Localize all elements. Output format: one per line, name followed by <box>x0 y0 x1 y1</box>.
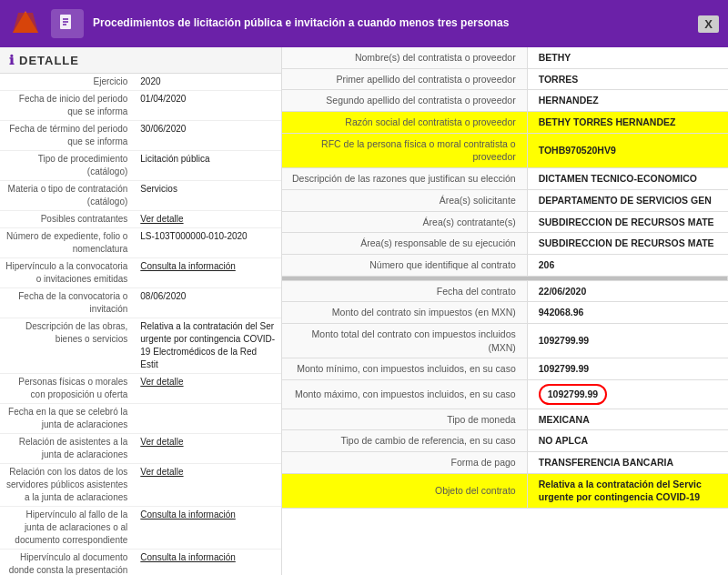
right-row-value: DICTAMEN TECNICO-ECONOMICO <box>527 168 727 190</box>
right-table-row: Descripción de las razones que justifica… <box>282 168 728 190</box>
left-row-label: Hipervínculo a la convocatoria o invitac… <box>0 258 135 288</box>
left-table-row: Relación con los datos de los servidores… <box>0 464 281 507</box>
right-row-label: Tipo de cambio de referencia, en su caso <box>282 430 527 452</box>
left-table-row: Ejercicio2020 <box>0 74 281 91</box>
left-table-row: Descripción de las obras, bienes o servi… <box>0 318 281 374</box>
left-table-row: Fecha de la convocatoria o invitación08/… <box>0 288 281 318</box>
left-row-label: Descripción de las obras, bienes o servi… <box>0 318 135 374</box>
right-table-row: Razón social del contratista o proveedor… <box>282 112 728 134</box>
right-row-value: 942068.96 <box>527 302 727 324</box>
left-table-row: Tipo de procedimiento (catálogo)Licitaci… <box>0 151 281 181</box>
info-icon: ℹ <box>9 53 14 67</box>
right-table-row: Monto del contrato sin impuestos (en MXN… <box>282 302 728 324</box>
detail-header: ℹ DETALLE <box>0 47 281 74</box>
right-row-value: SUBDIRECCION DE RECURSOS MATE <box>527 211 727 233</box>
left-row-value: Relativa a la contratación del Ser urgen… <box>135 318 281 374</box>
right-row-value: NO APLCA <box>527 430 727 452</box>
close-button[interactable]: X <box>698 15 719 33</box>
right-row-value: TRANSFERENCIA BANCARIA <box>527 452 727 474</box>
right-row-label: Tipo de moneda <box>282 409 527 430</box>
left-row-value <box>135 404 281 434</box>
right-table-row: Monto mínimo, con impuestos incluidos, e… <box>282 358 728 380</box>
right-row-label: Nombre(s) del contratista o proveedor <box>282 47 527 68</box>
right-row-label: Monto del contrato sin impuestos (en MXN… <box>282 302 527 324</box>
document-icon-box <box>51 9 84 38</box>
right-row-label: Área(s) solicitante <box>282 189 527 211</box>
right-table-row: Nombre(s) del contratista o proveedorBET… <box>282 47 728 68</box>
left-table-row: Personas físicas o morales con proposici… <box>0 374 281 404</box>
header-title: Procedimientos de licitación pública e i… <box>93 16 689 31</box>
left-table-row: Posibles contratantesVer detalle <box>0 211 281 228</box>
left-row-label: Relación con los datos de los servidores… <box>0 464 135 507</box>
left-row-label: Hipervínculo al documento donde consta l… <box>0 550 135 576</box>
right-row-value: Relativa a la contratación del Servic ur… <box>527 473 727 508</box>
right-row-label: RFC de la persona física o moral contrat… <box>282 133 527 167</box>
left-row-value: 30/06/2020 <box>135 121 281 151</box>
left-row-label: Relación de asistentes a la junta de acl… <box>0 434 135 464</box>
left-row-label: Fecha de la convocatoria o invitación <box>0 288 135 318</box>
left-row-value[interactable]: Consulta la información <box>135 258 281 288</box>
left-table-row: Hipervínculo al documento donde consta l… <box>0 550 281 576</box>
left-row-value: 01/04/2020 <box>135 91 281 121</box>
right-table-row: Tipo de monedaMEXICANA <box>282 409 728 430</box>
header-logo <box>9 7 42 40</box>
right-table-row: Número que identifique al contrato206 <box>282 254 728 276</box>
right-row-value: 1092799.99 <box>527 358 727 380</box>
right-table-row: Segundo apellido del contratista o prove… <box>282 90 728 112</box>
right-row-value: 206 <box>527 254 727 276</box>
left-row-value: LS-103T000000-010-2020 <box>135 228 281 258</box>
right-row-label: Descripción de las razones que justifica… <box>282 168 527 190</box>
left-row-value: 08/06/2020 <box>135 288 281 318</box>
left-row-value: Licitación pública <box>135 151 281 181</box>
left-row-value: Servicios <box>135 181 281 211</box>
right-table-row: Tipo de cambio de referencia, en su caso… <box>282 430 728 452</box>
right-row-label: Segundo apellido del contratista o prove… <box>282 90 527 112</box>
left-panel: ℹ DETALLE Ejercicio2020Fecha de inicio d… <box>0 47 282 575</box>
left-row-value[interactable]: Ver detalle <box>135 434 281 464</box>
right-row-value: BETHY <box>527 47 727 68</box>
header-bar: Procedimientos de licitación pública e i… <box>0 0 728 47</box>
right-row-value: HERNANDEZ <box>527 90 727 112</box>
left-row-label: Hipervínculo al fallo de la junta de acl… <box>0 507 135 550</box>
left-table-row: Hipervínculo a la convocatoria o invitac… <box>0 258 281 288</box>
detail-header-label: DETALLE <box>19 54 79 67</box>
right-table-row: Área(s) contratante(s)SUBDIRECCION DE RE… <box>282 211 728 233</box>
right-table-row: Forma de pagoTRANSFERENCIA BANCARIA <box>282 452 728 474</box>
right-row-value: 1092799.99 <box>527 323 727 358</box>
right-row-value: 22/06/2020 <box>527 280 727 302</box>
left-table-row: Número de expediente, folio o nomenclatu… <box>0 228 281 258</box>
right-row-label: Número que identifique al contrato <box>282 254 527 276</box>
right-table-row: RFC de la persona física o moral contrat… <box>282 133 728 167</box>
left-row-value[interactable]: Ver detalle <box>135 374 281 404</box>
left-table-row: Fecha de inicio del periodo que se infor… <box>0 91 281 121</box>
right-row-label: Primer apellido del contratista o provee… <box>282 68 527 90</box>
left-row-value: 2020 <box>135 74 281 91</box>
left-row-value[interactable]: Consulta la información <box>135 550 281 576</box>
right-row-value: SUBDIRECCION DE RECURSOS MATE <box>527 233 727 255</box>
left-row-label: Posibles contratantes <box>0 211 135 228</box>
right-panel: Nombre(s) del contratista o proveedorBET… <box>282 47 728 575</box>
right-row-value: BETHY TORRES HERNANDEZ <box>527 112 727 134</box>
right-table-row: Área(s) responsable de su ejecuciónSUBDI… <box>282 233 728 255</box>
left-row-value[interactable]: Ver detalle <box>135 464 281 507</box>
right-row-value: 1092799.99 <box>527 380 727 409</box>
right-row-label: Monto máximo, con impuestos incluidos, e… <box>282 380 527 409</box>
left-table-row: Hipervínculo al fallo de la junta de acl… <box>0 507 281 550</box>
right-row-value: DEPARTAMENTO DE SERVICIOS GEN <box>527 189 727 211</box>
left-table-row: Materia o tipo de contratación (catálogo… <box>0 181 281 211</box>
right-row-label: Razón social del contratista o proveedor <box>282 112 527 134</box>
right-table-row: Monto máximo, con impuestos incluidos, e… <box>282 380 728 409</box>
left-row-label: Fecha en la que se celebró la junta de a… <box>0 404 135 434</box>
left-row-value[interactable]: Ver detalle <box>135 211 281 228</box>
right-row-value: TORRES <box>527 68 727 90</box>
right-table-row: Monto total del contrato con impuestos i… <box>282 323 728 358</box>
left-row-label: Tipo de procedimiento (catálogo) <box>0 151 135 181</box>
left-table-row: Fecha en la que se celebró la junta de a… <box>0 404 281 434</box>
right-detail-table: Nombre(s) del contratista o proveedorBET… <box>282 47 728 509</box>
svg-marker-1 <box>13 13 38 33</box>
right-row-value: TOHB970520HV9 <box>527 133 727 167</box>
right-table-row: Área(s) solicitanteDEPARTAMENTO DE SERVI… <box>282 189 728 211</box>
right-table-row: Fecha del contrato22/06/2020 <box>282 280 728 302</box>
left-row-value[interactable]: Consulta la información <box>135 507 281 550</box>
right-table-row: Primer apellido del contratista o provee… <box>282 68 728 90</box>
